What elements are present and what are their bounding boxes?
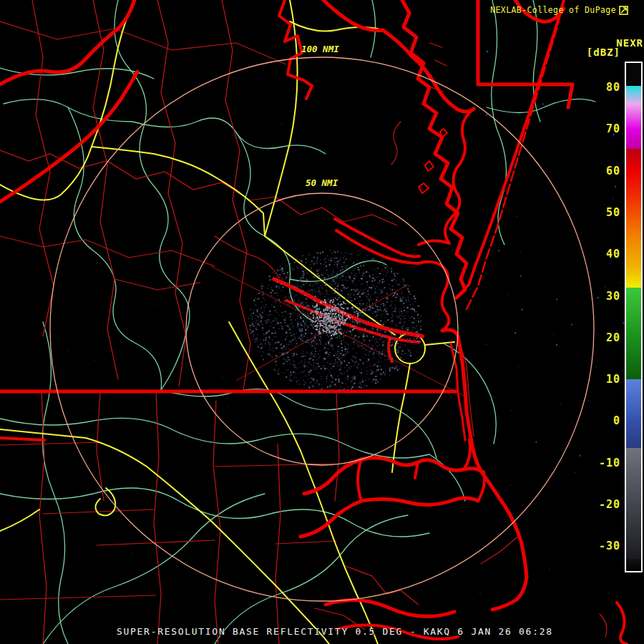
colorbar-segment xyxy=(626,559,641,572)
colorbar-segment xyxy=(626,104,641,129)
colorbar-segment xyxy=(626,238,641,267)
colorbar-tick-label: 0 xyxy=(587,414,620,427)
colorbar-segment xyxy=(626,129,641,149)
colorbar-segment xyxy=(626,288,641,334)
product-title: SUPER-RESOLUTION BASE REFLECTIVITY 0.5 D… xyxy=(117,626,553,637)
reflectivity-colorbar xyxy=(625,62,643,572)
colorbar-tick-label: 40 xyxy=(587,248,620,260)
cod-logo-icon xyxy=(619,6,628,15)
colorbar-tick-label: 70 xyxy=(587,122,620,135)
colorbar-tick-label: 80 xyxy=(587,81,620,94)
range-ring-label: 100 NMI xyxy=(301,44,339,54)
colorbar-tick-label: 30 xyxy=(587,290,620,303)
colorbar-segment xyxy=(626,149,641,171)
colorbar-tick-label: 60 xyxy=(587,165,620,177)
colorbar-tick-label: -10 xyxy=(587,457,620,469)
colorbar-segment xyxy=(626,204,641,238)
colorbar-segment xyxy=(626,421,641,448)
colorbar-segment xyxy=(626,448,641,559)
attribution: NEXLAB-College of DuPage xyxy=(490,5,628,15)
attribution-text: NEXLAB-College of DuPage xyxy=(490,5,616,15)
range-ring-label: 50 NMI xyxy=(306,177,338,188)
map-background xyxy=(0,0,644,644)
colorbar-segment xyxy=(626,333,641,380)
colorbar-segment xyxy=(626,86,641,104)
colorbar-units: [dBZ] xyxy=(587,47,620,58)
radar-viewer-window: NEXLAB-College of DuPage NEXR [dBZ] 8070… xyxy=(0,0,644,644)
colorbar-tick-label: -20 xyxy=(587,498,620,511)
colorbar-segment xyxy=(626,267,641,288)
colorbar-segment xyxy=(626,171,641,205)
colorbar-tick-label: 10 xyxy=(587,373,620,386)
colorbar-tick-label: 20 xyxy=(587,331,620,344)
colorbar-segment xyxy=(626,379,641,421)
colorbar-segment xyxy=(626,63,641,86)
colorbar-tick-label: -30 xyxy=(587,540,620,552)
radar-map-canvas[interactable] xyxy=(0,0,644,644)
colorbar-tick-label: 50 xyxy=(587,206,620,219)
